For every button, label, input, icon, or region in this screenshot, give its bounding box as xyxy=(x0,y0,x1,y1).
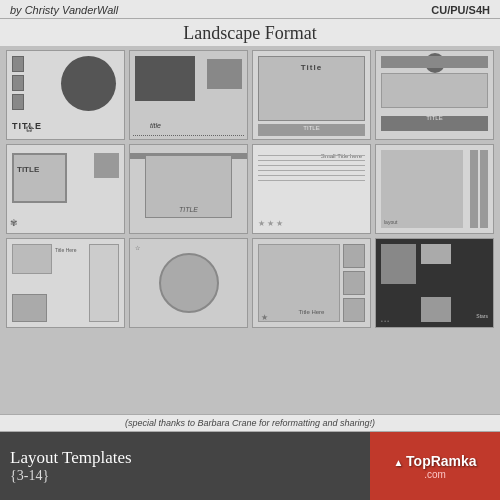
circle-main xyxy=(159,253,219,313)
license-label: CU/PU/S4H xyxy=(431,4,490,16)
template-11[interactable]: ★ Title Here xyxy=(252,238,371,328)
template-3[interactable]: Title TITLE xyxy=(252,50,371,140)
thanks-text: (special thanks to Barbara Crane for ref… xyxy=(125,418,375,428)
strip-group xyxy=(12,56,24,110)
template-7[interactable]: Small Title here ★ ★ ★ xyxy=(252,144,371,234)
thumb-row-1: TITLE ✿ title Title TITLE xyxy=(6,50,494,140)
flower-deco: ✿ xyxy=(25,123,33,134)
strip-2 xyxy=(12,75,24,91)
vstrip-2 xyxy=(480,150,488,228)
mid-box xyxy=(207,59,242,89)
title-label-2: title xyxy=(150,122,161,129)
dot-border xyxy=(133,135,244,136)
lines-group xyxy=(258,155,365,213)
template-5[interactable]: TITLE ✾ xyxy=(6,144,125,234)
thumb-row-3: Title Here ☆ ★ Title He xyxy=(6,238,494,328)
small-box xyxy=(94,153,119,178)
title-label-10: ☆ xyxy=(135,244,140,251)
circle-deco xyxy=(61,56,116,111)
vstrip-1 xyxy=(470,150,478,228)
template-8[interactable]: layout xyxy=(375,144,494,234)
bottom-section: Layout Templates {3-14} ▲ TopRamka .com xyxy=(0,432,500,500)
topramka-badge: ▲ TopRamka .com xyxy=(393,453,476,480)
badge-icon: ▲ xyxy=(393,457,406,468)
dark-box2 xyxy=(421,244,451,264)
line-2 xyxy=(258,160,365,161)
big-box xyxy=(12,153,67,203)
author-label: by Christy VanderWall xyxy=(10,4,118,16)
header: by Christy VanderWall CU/PU/S4H xyxy=(0,0,500,19)
strip-1 xyxy=(12,56,24,72)
sbox-1 xyxy=(343,244,365,268)
mid-strip xyxy=(381,73,488,108)
box3 xyxy=(89,244,119,322)
box1 xyxy=(12,244,52,274)
vert-strips xyxy=(470,150,488,228)
line-5 xyxy=(258,175,365,176)
main-area xyxy=(381,150,463,228)
title-label-6: TITLE xyxy=(179,206,198,213)
dark-box xyxy=(135,56,195,101)
main-container: by Christy VanderWall CU/PU/S4H Landscap… xyxy=(0,0,500,500)
title-section: Landscape Format xyxy=(0,19,500,46)
dots-deco: • • • xyxy=(381,318,389,324)
thanks-section: (special thanks to Barbara Crane for ref… xyxy=(0,414,500,432)
title-label-12: Stars xyxy=(476,313,488,319)
strip-3 xyxy=(12,94,24,110)
flower-deco-2: ✾ xyxy=(10,218,18,228)
thumb-row-2: TITLE ✾ TITLE Small Title here xyxy=(6,144,494,234)
title-label-5: TITLE xyxy=(17,165,39,174)
template-12[interactable]: • • • Stars xyxy=(375,238,494,328)
strip-label: TITLE xyxy=(303,125,319,131)
title-label-3: Title xyxy=(301,63,322,72)
bottom-right: ▲ TopRamka .com xyxy=(370,432,500,500)
bot-strip: TITLE xyxy=(381,116,488,131)
star-deco: ★ xyxy=(261,313,268,322)
template-4[interactable]: TITLE xyxy=(375,50,494,140)
dark-box3 xyxy=(421,297,451,322)
thumbnails-area: TITLE ✿ title Title TITLE xyxy=(0,46,500,414)
sbox-3 xyxy=(343,298,365,322)
title-label-11: Title Here xyxy=(299,309,325,315)
stars-deco: ★ ★ ★ xyxy=(258,219,283,228)
line-4 xyxy=(258,170,365,171)
title-label-8: layout xyxy=(384,219,397,225)
bottom-left: Layout Templates {3-14} xyxy=(0,432,370,500)
title-label-9: Title Here xyxy=(55,247,77,253)
title-label-4: TITLE xyxy=(426,115,442,121)
line-3 xyxy=(258,165,365,166)
top-strip xyxy=(381,56,488,68)
line-6 xyxy=(258,180,365,181)
topramka-text: ▲ TopRamka xyxy=(393,453,476,469)
template-10[interactable]: ☆ xyxy=(129,238,248,328)
template-2[interactable]: title xyxy=(129,50,248,140)
badge-sub: .com xyxy=(393,469,476,480)
bottom-strip: TITLE xyxy=(258,124,365,136)
side-boxes xyxy=(343,244,365,322)
template-1[interactable]: TITLE ✿ xyxy=(6,50,125,140)
main-title: Landscape Format xyxy=(183,23,316,43)
template-6[interactable]: TITLE xyxy=(129,144,248,234)
sbox-2 xyxy=(343,271,365,295)
layout-title: Layout Templates xyxy=(10,448,360,468)
line-1 xyxy=(258,155,365,156)
dark-box1 xyxy=(381,244,416,284)
layout-subtitle: {3-14} xyxy=(10,468,360,484)
box2 xyxy=(12,294,47,322)
template-9[interactable]: Title Here xyxy=(6,238,125,328)
